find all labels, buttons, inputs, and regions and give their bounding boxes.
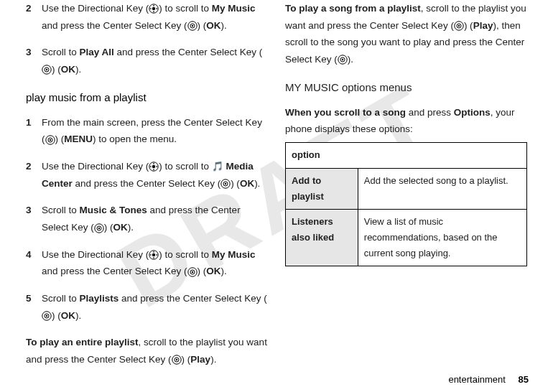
- center-select-key-icon: [187, 267, 198, 277]
- svg-point-7: [46, 69, 47, 70]
- center-select-key-icon: [94, 223, 104, 233]
- section-heading-play-playlist: play music from a playlist: [26, 88, 268, 107]
- instruction-step: 3Scroll to Play All and press the Center…: [26, 44, 268, 78]
- table-row: Listeners also likedView a list of music…: [286, 209, 527, 266]
- footer-section: entertainment: [448, 374, 506, 385]
- svg-point-26: [46, 315, 47, 317]
- step-number: 2: [26, 0, 42, 34]
- step-body: Scroll to Play All and press the Center …: [42, 44, 268, 78]
- options-table-header: option: [286, 143, 527, 169]
- page-footer: entertainment 85: [448, 374, 529, 385]
- instruction-step: 4Use the Directional Key () to scroll to…: [26, 246, 268, 280]
- svg-point-10: [49, 139, 50, 141]
- svg-point-15: [225, 183, 226, 185]
- center-select-key-icon: [454, 21, 464, 31]
- svg-point-20: [152, 253, 155, 256]
- step-number: 5: [26, 290, 42, 324]
- svg-point-29: [175, 359, 177, 360]
- center-select-key-icon: [42, 311, 52, 321]
- directional-key-icon: [149, 250, 159, 260]
- step-body: Use the Directional Key () to scroll to …: [42, 246, 268, 280]
- center-select-key-icon: [220, 179, 231, 189]
- section-heading-options-menus: MY MUSIC options menus: [285, 78, 527, 97]
- step-body: Scroll to Playlists and press the Center…: [42, 290, 268, 324]
- option-description: Add the selected song to a playlist.: [358, 168, 526, 209]
- music-note-icon: 🎵: [212, 159, 223, 175]
- directional-key-icon: [149, 162, 159, 172]
- para-play-song-from-playlist: To play a song from a playlist, scroll t…: [285, 0, 527, 68]
- right-column: To play a song from a playlist, scroll t…: [276, 0, 536, 392]
- instruction-step: 2Use the Directional Key () to scroll to…: [26, 0, 268, 34]
- svg-point-4: [191, 25, 192, 27]
- svg-point-1: [152, 7, 155, 10]
- option-label: Add to playlist: [286, 168, 358, 209]
- option-description: View a list of music recommendations, ba…: [358, 209, 526, 266]
- step-number: 4: [26, 246, 42, 280]
- svg-point-35: [342, 59, 343, 60]
- step-number: 2: [26, 158, 42, 192]
- svg-point-23: [191, 271, 192, 273]
- options-table: option Add to playlistAdd the selected s…: [285, 142, 527, 266]
- center-select-key-icon: [42, 65, 52, 75]
- instruction-step: 1From the main screen, press the Center …: [26, 114, 268, 148]
- table-row: Add to playlistAdd the selected song to …: [286, 168, 527, 209]
- center-select-key-icon: [172, 355, 182, 365]
- step-body: From the main screen, press the Center S…: [42, 114, 268, 148]
- footer-page-number: 85: [519, 374, 529, 385]
- step-number: 1: [26, 114, 42, 148]
- directional-key-icon: [149, 4, 159, 14]
- para-play-entire-playlist: To play an entire playlist, scroll to th…: [26, 334, 268, 368]
- step-body: Use the Directional Key () to scroll to …: [42, 0, 268, 34]
- para-options-intro: When you scroll to a song and press Opti…: [285, 104, 527, 138]
- svg-point-18: [98, 227, 100, 228]
- step-body: Scroll to Music & Tones and press the Ce…: [42, 202, 268, 235]
- step-number: 3: [26, 202, 42, 235]
- step-body: Use the Directional Key () to scroll to …: [42, 158, 268, 192]
- option-label: Listeners also liked: [286, 209, 358, 266]
- instruction-step: 3Scroll to Music & Tones and press the C…: [26, 202, 268, 235]
- instruction-step: 2Use the Directional Key () to scroll to…: [26, 158, 268, 192]
- svg-point-12: [152, 165, 155, 168]
- left-column: 2Use the Directional Key () to scroll to…: [17, 0, 276, 392]
- instruction-step: 5Scroll to Playlists and press the Cente…: [26, 290, 268, 324]
- svg-point-32: [458, 25, 460, 27]
- center-select-key-icon: [45, 135, 55, 145]
- center-select-key-icon: [338, 55, 348, 65]
- center-select-key-icon: [187, 21, 198, 31]
- page-content: 2Use the Directional Key () to scroll to…: [0, 0, 553, 392]
- step-number: 3: [26, 44, 42, 78]
